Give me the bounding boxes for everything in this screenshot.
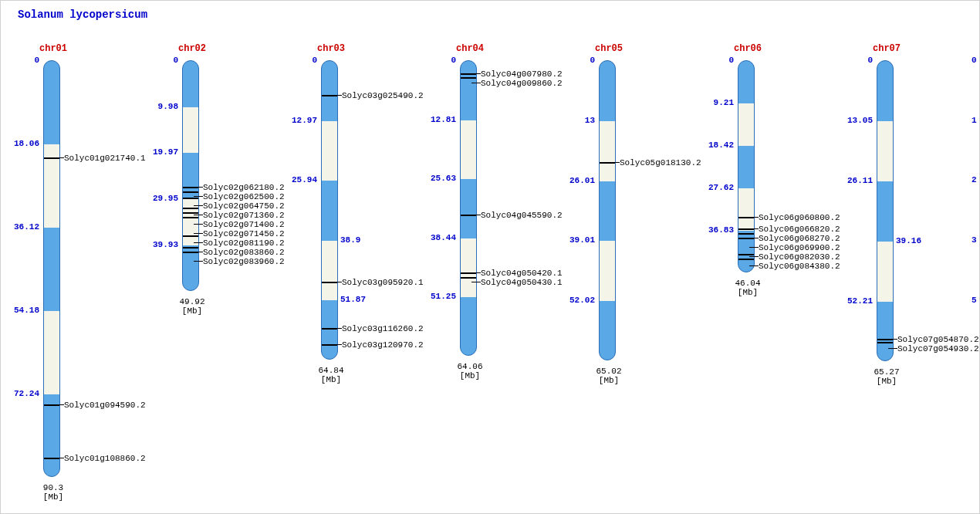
gene-label: Solyc07g054870.2 xyxy=(897,335,979,344)
gene-connector xyxy=(749,247,759,249)
axis-tick-label: 51.87 xyxy=(340,295,375,304)
chromosome-body xyxy=(43,60,60,477)
gene-label: Solyc03g095920.1 xyxy=(342,278,424,287)
gene-label: Solyc04g007980.2 xyxy=(481,69,563,79)
gene-label: Solyc03g116260.2 xyxy=(342,324,424,333)
axis-tick-label: 9.98 xyxy=(144,102,178,111)
axis-tick-label: 72.24 xyxy=(5,389,39,398)
gene-marker xyxy=(738,233,754,235)
axis-tick-label: 39.93 xyxy=(144,240,178,249)
gene-connector xyxy=(55,458,64,459)
chromosome-size-label: 64.84[Mb] xyxy=(308,366,354,384)
axis-tick-label: 18.06 xyxy=(5,139,39,148)
axis-tick-label: 0 xyxy=(838,56,873,65)
chromosome-body-wrap xyxy=(738,60,755,272)
gene-label: Solyc01g094590.2 xyxy=(64,401,146,410)
gene-label: Solyc06g069900.2 xyxy=(759,243,840,252)
axis-tick-label: 39.01 xyxy=(560,235,595,245)
axis-tick-label: 36.83 xyxy=(699,225,734,235)
gene-label: Solyc02g071400.2 xyxy=(203,220,285,229)
gene-connector xyxy=(749,217,759,218)
chromosome-name: chr01 xyxy=(38,43,69,54)
axis-tick-label: 1 xyxy=(972,116,980,125)
gene-label: Solyc06g084380.2 xyxy=(759,262,840,271)
gene-label: Solyc04g009860.2 xyxy=(481,79,563,88)
chromosome-band xyxy=(44,311,59,394)
gene-connector xyxy=(194,252,203,253)
chromosome-band xyxy=(600,241,615,301)
gene-label: Solyc01g021740.1 xyxy=(64,154,146,163)
gene-connector xyxy=(333,282,342,283)
axis-tick-label: 12.81 xyxy=(421,115,456,124)
gene-label: Solyc06g066820.2 xyxy=(759,225,840,234)
gene-marker xyxy=(738,259,754,260)
gene-label: Solyc05g018130.2 xyxy=(620,158,701,167)
chromosome-body xyxy=(877,60,894,361)
axis-tick-label: 0 xyxy=(282,56,317,65)
gene-connector xyxy=(333,344,342,346)
chromosome-body xyxy=(460,60,477,356)
gene-connector xyxy=(194,261,203,262)
axis-tick-label: 54.18 xyxy=(5,306,39,315)
chromosome-band xyxy=(600,121,615,181)
gene-connector xyxy=(471,272,481,274)
axis-tick-label: 5 xyxy=(972,296,980,305)
species-title: Solanum lycopersicum xyxy=(18,8,147,21)
gene-connector xyxy=(749,228,759,230)
gene-label: Solyc04g050420.1 xyxy=(481,269,563,278)
gene-label: Solyc06g068270.2 xyxy=(759,234,840,243)
axis-tick-label: 12.97 xyxy=(282,116,317,125)
chromosome-band xyxy=(461,120,476,180)
gene-label: Solyc06g060800.2 xyxy=(759,213,840,222)
gene-connector xyxy=(194,215,203,216)
gene-connector xyxy=(194,187,203,188)
gene-connector xyxy=(55,404,64,406)
gene-label: Solyc02g071450.2 xyxy=(203,229,285,238)
gene-marker xyxy=(877,342,893,343)
gene-label: Solyc03g120970.2 xyxy=(342,340,424,350)
chromosome-body xyxy=(182,60,199,291)
axis-tick-label: 38.9 xyxy=(340,235,375,245)
gene-connector xyxy=(55,157,64,159)
chromosome-band xyxy=(738,103,754,146)
chromosome-band xyxy=(461,238,476,298)
gene-connector xyxy=(471,282,481,283)
axis-tick-label: 9.21 xyxy=(699,98,734,107)
axis-tick-label: 0 xyxy=(5,56,39,65)
axis-tick-label: 27.62 xyxy=(699,183,734,192)
chromosome-name: chr07 xyxy=(871,43,902,54)
chromosome-size-label: 65.02[Mb] xyxy=(586,367,632,385)
chromosome-band xyxy=(877,121,893,181)
gene-connector xyxy=(888,348,897,350)
gene-label: Solyc06g082030.2 xyxy=(759,252,840,262)
chromosome-name: chr04 xyxy=(455,43,485,54)
chromosome-band xyxy=(738,188,754,231)
gene-connector xyxy=(194,233,203,235)
chromosome-map-frame: Solanum lycopersicum chr01018.0636.1254.… xyxy=(0,0,980,514)
chromosome-size-label: 64.06[Mb] xyxy=(447,362,493,380)
gene-connector xyxy=(194,242,203,244)
gene-marker xyxy=(461,77,476,79)
chromosome-size-label: 90.3[Mb] xyxy=(30,483,76,502)
axis-tick-label: 39.16 xyxy=(896,236,931,245)
chromosome-name: chr03 xyxy=(316,43,346,54)
chromosome-size-label: 65.27[Mb] xyxy=(863,367,910,386)
gene-connector xyxy=(749,265,759,267)
chromosome-body xyxy=(738,60,755,272)
gene-marker xyxy=(183,217,198,218)
gene-marker xyxy=(183,198,198,199)
gene-connector xyxy=(333,95,342,96)
axis-tick-label: 25.94 xyxy=(282,175,317,184)
axis-tick-label: 2 xyxy=(972,175,980,184)
axis-tick-label: 0 xyxy=(421,56,456,65)
gene-marker xyxy=(183,212,198,214)
gene-connector xyxy=(471,215,481,216)
axis-tick-label: 0 xyxy=(560,56,595,65)
axis-tick-label: 52.21 xyxy=(838,296,873,306)
gene-label: Solyc02g081190.2 xyxy=(203,238,285,248)
chromosome-body xyxy=(321,60,338,360)
axis-tick-label: 0 xyxy=(972,56,980,65)
gene-label: Solyc02g062500.2 xyxy=(203,192,285,201)
gene-label: Solyc03g025490.2 xyxy=(342,91,424,100)
gene-connector xyxy=(471,83,481,84)
